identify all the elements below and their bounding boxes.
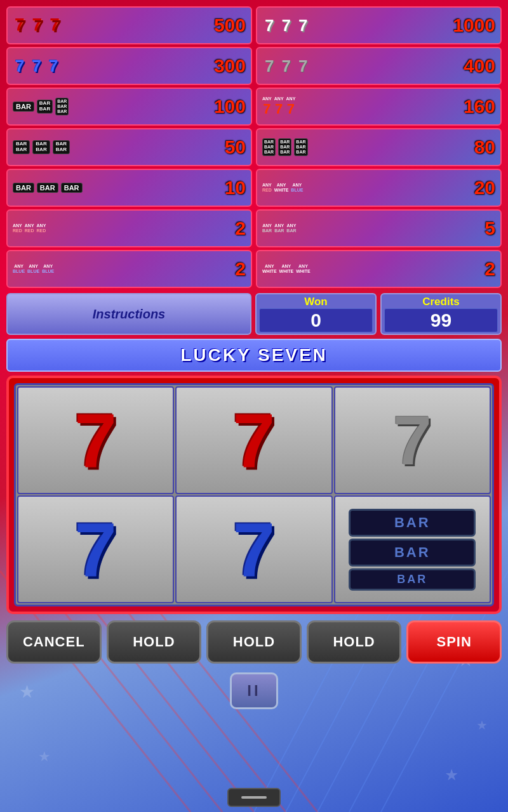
pay-symbols-2l: 7 7 7 [13,56,60,75]
paytable-row-7: ANY BLUE ANY BLUE ANY BLUE 2 [6,250,502,288]
sym-seven-white-1: 7 [262,16,276,35]
sym-anybar-1: ANY BAR [262,223,272,233]
reel-sym-red7-2: 7 [233,402,276,478]
pay-symbols-1l: 7 7 7 [13,15,63,36]
pause-button[interactable]: II [230,672,277,709]
pay-symbols-3r: ANY 7 ANY 7 ANY 7 [262,96,295,117]
sym-bar-triple-3: BARBARBAR [278,138,291,155]
paytable-row-1: 7 7 7 500 7 7 7 1000 [6,6,502,44]
sym-seven-blue-1: 7 [13,56,27,75]
pay-symbols-7l: ANY BLUE ANY BLUE ANY BLUE [13,264,54,273]
won-display: Won 0 [255,293,377,335]
pay-value-5r: 20 [464,177,495,199]
reel-cell-r2c1: 7 [17,495,174,603]
sym-seven-red-1: 7 [13,15,28,36]
controls: CANCEL HOLD HOLD HOLD SPIN [6,620,502,664]
pay-symbols-4r: BARBARBAR BARBARBAR BARBARBAR [262,138,308,155]
reel-bar-2: BAR [349,539,476,566]
sym-seven-blue-2: 7 [29,56,43,75]
sym-bar-single-1: BAR [13,102,34,112]
pause-area: II [6,672,502,709]
hold1-button[interactable]: HOLD [107,620,202,664]
pay-symbols-6l: ANY RED ANY RED ANY RED [13,223,46,233]
pay-left-2: 7 7 7 300 [6,47,252,85]
pay-value-1l: 500 [214,15,246,36]
credits-display: Credits 99 [380,293,502,335]
reel-bar-1: BAR [349,509,476,537]
pay-symbols-5r: ANY RED ANY WHITE ANY BLUE [262,183,303,192]
pay-left-3: BAR BARBAR BARBARBAR 100 [6,88,252,126]
won-value: 0 [259,308,373,332]
svg-rect-17 [241,796,267,799]
pay-symbols-2r: 7 7 7 [262,56,310,75]
instructions-button[interactable]: Instructions [6,293,251,335]
sym-anyblue-1: ANY BLUE [291,183,303,192]
sym-anywhite-3: ANY WHITE [279,264,294,273]
pay-value-3r: 160 [464,96,495,117]
pay-value-2l: 300 [214,55,246,77]
pay-right-4: BARBARBAR BARBARBAR BARBARBAR 80 [256,128,502,166]
pay-symbols-5l: BAR BAR BAR [13,183,83,193]
sym-seven-white-2: 7 [279,16,293,35]
pay-right-6: ANY BAR ANY BAR ANY BAR 5 [256,209,502,247]
sym-anybar-2: ANY BAR [274,223,284,233]
spin-button[interactable]: SPIN [406,620,502,664]
hold2-button[interactable]: HOLD [206,620,302,664]
sym-bar-triple-4: BARBARBAR [294,138,307,155]
paytable-row-2: 7 7 7 300 7 7 7 400 [6,47,502,85]
pay-value-7r: 2 [464,258,495,280]
reels-container: 7 7 7 7 7 BAR BAR BAR [6,376,502,614]
pay-symbols-4l: BARBAR BARBAR BARBAR [13,140,70,154]
svg-text:★: ★ [476,718,488,732]
pay-symbols-1r: 7 7 7 [262,16,310,35]
pay-right-3: ANY 7 ANY 7 ANY 7 160 [256,88,502,126]
sym-anyred-3: ANY RED [25,223,34,233]
pay-right-5: ANY RED ANY WHITE ANY BLUE 20 [256,169,502,207]
reel-sym-blue7-2: 7 [233,511,276,587]
sym-bar-triple-2: BARBARBAR [262,138,276,155]
pay-value-6l: 2 [214,218,246,239]
pay-left-4: BARBAR BARBAR BARBAR 50 [6,128,252,166]
sym-anyblue-3: ANY BLUE [27,264,39,273]
sym-anyred-2: ANY RED [13,223,22,233]
sym-bar-single-3: BAR [37,183,58,193]
reel-cell-r1c2: 7 [175,386,332,494]
pay-symbols-6r: ANY BAR ANY BAR ANY BAR [262,223,297,233]
reel-cell-r2c2: 7 [175,495,332,603]
sym-bar-double-1: BARBAR [37,100,53,114]
reel-cell-r2c3: BAR BAR BAR [334,495,491,603]
reel-sym-red7-1: 7 [74,402,117,478]
paytable: 7 7 7 500 7 7 7 1000 7 7 [6,6,502,288]
paytable-row-4: BARBAR BARBAR BARBAR 50 BARBARBAR BARBAR… [6,128,502,166]
sym-seven-red-2: 7 [30,15,46,36]
sym-bar-double-4: BARBAR [53,140,70,154]
pay-value-5l: 10 [214,177,246,199]
cancel-button[interactable]: CANCEL [6,620,102,664]
game-name: LUCKY SEVEN [6,339,502,372]
sym-bar-double-2: BARBAR [13,140,30,154]
reels-grid: 7 7 7 7 7 BAR BAR BAR [14,383,494,606]
pay-value-4l: 50 [214,136,246,158]
pay-value-6r: 5 [464,218,495,239]
sym-seven-gray-2: 7 [279,56,293,75]
sym-anyblue-4: ANY BLUE [42,264,54,273]
sym-anywhite-2: ANY WHITE [262,264,277,273]
sym-bar-triple-1: BARBARBAR [55,98,69,115]
sym-anywhite-4: ANY WHITE [296,264,311,273]
won-label: Won [304,296,328,308]
credits-value: 99 [384,308,498,332]
pay-right-7: ANY WHITE ANY WHITE ANY WHITE 2 [256,250,502,288]
pay-value-7l: 2 [214,258,246,280]
reel-cell-r1c1: 7 [17,386,174,494]
sym-any7-2: ANY 7 [274,96,284,117]
pay-value-4r: 80 [464,136,495,158]
hold3-button[interactable]: HOLD [307,620,402,664]
sym-seven-blue-3: 7 [46,56,60,75]
pay-left-7: ANY BLUE ANY BLUE ANY BLUE 2 [6,250,252,288]
pay-value-1r: 1000 [453,15,495,36]
reel-bar-3: BAR [349,568,476,591]
sym-seven-gray-1: 7 [262,56,276,75]
sym-anybar-3: ANY BAR [286,223,296,233]
sym-bar-double-3: BARBAR [32,140,50,154]
pay-value-2r: 400 [464,55,495,77]
